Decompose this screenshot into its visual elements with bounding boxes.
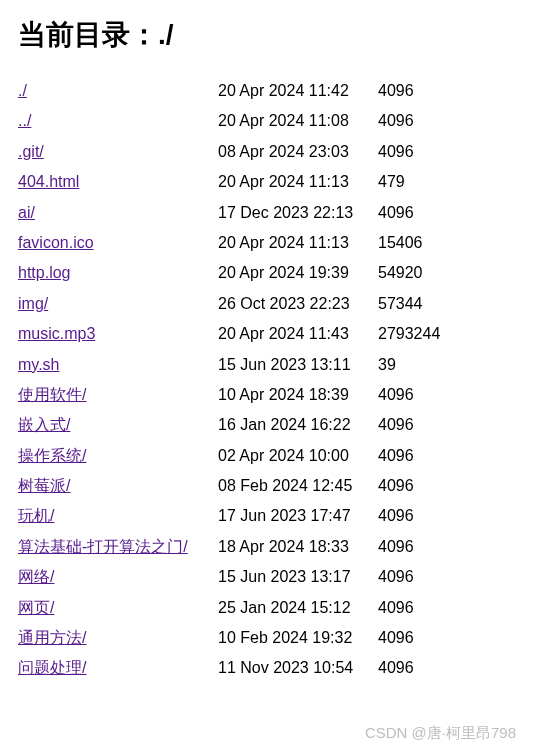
entry-size: 4096 (378, 501, 450, 531)
entry-name-cell: 通用方法/ (18, 623, 218, 653)
entry-name-cell: favicon.ico (18, 228, 218, 258)
entry-size: 4096 (378, 441, 450, 471)
entry-size: 4096 (378, 593, 450, 623)
entry-size: 4096 (378, 623, 450, 653)
entry-size: 4096 (378, 653, 450, 683)
entry-name-cell: 404.html (18, 167, 218, 197)
entry-date: 20 Apr 2024 11:13 (218, 228, 378, 258)
heading-prefix: 当前目录： (18, 19, 158, 50)
table-row: 算法基础-打开算法之门/18 Apr 2024 18:334096 (18, 532, 450, 562)
entry-link[interactable]: 算法基础-打开算法之门/ (18, 538, 188, 555)
entry-link[interactable]: ../ (18, 112, 31, 129)
entry-name-cell: ai/ (18, 198, 218, 228)
entry-name-cell: 网页/ (18, 593, 218, 623)
entry-date: 17 Dec 2023 22:13 (218, 198, 378, 228)
entry-link[interactable]: 使用软件/ (18, 386, 86, 403)
entry-date: 20 Apr 2024 11:43 (218, 319, 378, 349)
entry-date: 16 Jan 2024 16:22 (218, 410, 378, 440)
entry-name-cell: 玩机/ (18, 501, 218, 531)
entry-link[interactable]: ./ (18, 82, 27, 99)
entry-date: 15 Jun 2023 13:11 (218, 350, 378, 380)
table-row: 问题处理/11 Nov 2023 10:544096 (18, 653, 450, 683)
page-title: 当前目录：./ (18, 16, 516, 54)
table-row: 404.html20 Apr 2024 11:13479 (18, 167, 450, 197)
heading-path: ./ (158, 19, 174, 50)
entry-name-cell: 网络/ (18, 562, 218, 592)
entry-link[interactable]: music.mp3 (18, 325, 95, 342)
table-row: 网络/15 Jun 2023 13:174096 (18, 562, 450, 592)
entry-date: 02 Apr 2024 10:00 (218, 441, 378, 471)
entry-date: 10 Apr 2024 18:39 (218, 380, 378, 410)
entry-date: 15 Jun 2023 13:17 (218, 562, 378, 592)
entry-name-cell: 操作系统/ (18, 441, 218, 471)
entry-link[interactable]: 操作系统/ (18, 447, 86, 464)
entry-date: 17 Jun 2023 17:47 (218, 501, 378, 531)
entry-name-cell: 树莓派/ (18, 471, 218, 501)
entry-size: 4096 (378, 562, 450, 592)
table-row: my.sh15 Jun 2023 13:1139 (18, 350, 450, 380)
entry-size: 4096 (378, 76, 450, 106)
entry-link[interactable]: favicon.ico (18, 234, 94, 251)
entry-date: 25 Jan 2024 15:12 (218, 593, 378, 623)
table-row: favicon.ico20 Apr 2024 11:1315406 (18, 228, 450, 258)
entry-name-cell: 算法基础-打开算法之门/ (18, 532, 218, 562)
entry-name-cell: .git/ (18, 137, 218, 167)
entry-link[interactable]: my.sh (18, 356, 59, 373)
table-row: ./20 Apr 2024 11:424096 (18, 76, 450, 106)
entry-name-cell: 使用软件/ (18, 380, 218, 410)
entry-size: 54920 (378, 258, 450, 288)
entry-size: 479 (378, 167, 450, 197)
table-row: img/26 Oct 2023 22:2357344 (18, 289, 450, 319)
entry-link[interactable]: 网页/ (18, 599, 54, 616)
table-row: ai/17 Dec 2023 22:134096 (18, 198, 450, 228)
entry-link[interactable]: img/ (18, 295, 48, 312)
table-row: ../20 Apr 2024 11:084096 (18, 106, 450, 136)
entry-name-cell: ./ (18, 76, 218, 106)
entry-size: 4096 (378, 532, 450, 562)
entry-link[interactable]: 通用方法/ (18, 629, 86, 646)
entry-name-cell: img/ (18, 289, 218, 319)
entry-date: 08 Feb 2024 12:45 (218, 471, 378, 501)
table-row: music.mp320 Apr 2024 11:432793244 (18, 319, 450, 349)
entry-date: 20 Apr 2024 11:42 (218, 76, 378, 106)
entry-size: 2793244 (378, 319, 450, 349)
entry-link[interactable]: 问题处理/ (18, 659, 86, 676)
entry-link[interactable]: 嵌入式/ (18, 416, 70, 433)
entry-size: 4096 (378, 471, 450, 501)
entry-date: 20 Apr 2024 11:13 (218, 167, 378, 197)
entry-name-cell: music.mp3 (18, 319, 218, 349)
table-row: 嵌入式/16 Jan 2024 16:224096 (18, 410, 450, 440)
table-row: .git/08 Apr 2024 23:034096 (18, 137, 450, 167)
entry-date: 08 Apr 2024 23:03 (218, 137, 378, 167)
entry-date: 26 Oct 2023 22:23 (218, 289, 378, 319)
entry-size: 4096 (378, 380, 450, 410)
table-row: 玩机/17 Jun 2023 17:474096 (18, 501, 450, 531)
entry-size: 15406 (378, 228, 450, 258)
table-row: 通用方法/10 Feb 2024 19:324096 (18, 623, 450, 653)
entry-size: 57344 (378, 289, 450, 319)
entry-link[interactable]: 网络/ (18, 568, 54, 585)
entry-link[interactable]: 玩机/ (18, 507, 54, 524)
entry-name-cell: http.log (18, 258, 218, 288)
entry-size: 4096 (378, 106, 450, 136)
table-row: 树莓派/08 Feb 2024 12:454096 (18, 471, 450, 501)
entry-link[interactable]: http.log (18, 264, 70, 281)
entry-size: 4096 (378, 137, 450, 167)
entry-name-cell: 嵌入式/ (18, 410, 218, 440)
table-row: 使用软件/10 Apr 2024 18:394096 (18, 380, 450, 410)
table-row: 操作系统/02 Apr 2024 10:004096 (18, 441, 450, 471)
entry-size: 4096 (378, 198, 450, 228)
entry-name-cell: 问题处理/ (18, 653, 218, 683)
entry-size: 4096 (378, 410, 450, 440)
entry-name-cell: my.sh (18, 350, 218, 380)
entry-link[interactable]: 树莓派/ (18, 477, 70, 494)
entry-size: 39 (378, 350, 450, 380)
table-row: http.log20 Apr 2024 19:3954920 (18, 258, 450, 288)
directory-listing: ./20 Apr 2024 11:424096../20 Apr 2024 11… (18, 76, 450, 684)
entry-date: 20 Apr 2024 19:39 (218, 258, 378, 288)
entry-date: 20 Apr 2024 11:08 (218, 106, 378, 136)
entry-link[interactable]: .git/ (18, 143, 44, 160)
entry-date: 11 Nov 2023 10:54 (218, 653, 378, 683)
entry-link[interactable]: 404.html (18, 173, 79, 190)
entry-link[interactable]: ai/ (18, 204, 35, 221)
